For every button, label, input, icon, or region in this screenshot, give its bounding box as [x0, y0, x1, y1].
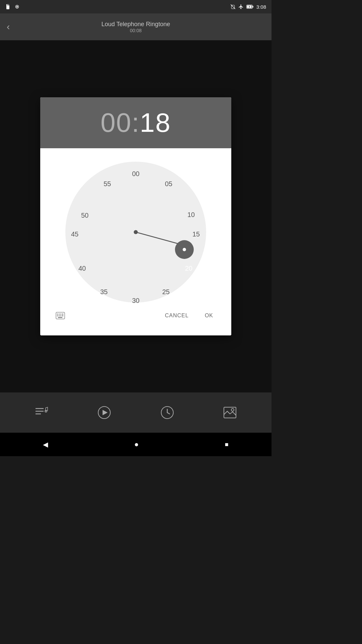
nav-history-button[interactable]: [161, 406, 174, 419]
svg-rect-36: [58, 317, 62, 318]
svg-text:45: 45: [71, 230, 78, 238]
svg-rect-9: [252, 6, 253, 7]
svg-rect-35: [62, 315, 63, 316]
svg-rect-30: [60, 314, 61, 315]
time-display: 00:18: [101, 107, 171, 138]
svg-rect-31: [62, 314, 63, 315]
nav-subtitle: 00:08: [102, 28, 170, 33]
svg-text:10: 10: [187, 211, 195, 218]
status-bar: 3:08: [0, 0, 272, 13]
svg-text:30: 30: [132, 297, 139, 304]
svg-text:50: 50: [81, 212, 88, 219]
svg-marker-42: [103, 410, 108, 415]
play-icon: [98, 406, 111, 419]
clock-area: 00 05 10 15 20 25 30 35 40: [40, 148, 231, 335]
time-minutes: 18: [140, 108, 171, 138]
sys-recents-button[interactable]: ■: [225, 441, 229, 448]
status-right-icons: 3:08: [230, 4, 266, 10]
nav-play-button[interactable]: [98, 406, 111, 419]
svg-point-5: [16, 6, 18, 8]
cancel-button[interactable]: CANCEL: [160, 309, 193, 322]
time-header: 00:18: [40, 97, 231, 148]
nav-playlist-button[interactable]: [35, 407, 48, 419]
image-icon: [223, 407, 237, 419]
battery-icon: [246, 4, 254, 9]
svg-point-47: [231, 409, 234, 411]
svg-rect-1: [7, 4, 8, 6]
top-nav: ‹ Loud Telephone Ringtone 00:08: [0, 13, 272, 40]
sys-home-button[interactable]: ●: [134, 440, 138, 449]
clock-svg-container[interactable]: 00 05 10 15 20 25 30 35 40: [62, 158, 209, 306]
history-icon: [161, 406, 174, 419]
time-colon: :: [132, 108, 140, 138]
svg-text:55: 55: [104, 180, 111, 187]
svg-text:00: 00: [132, 170, 139, 177]
clock-face-svg[interactable]: 00 05 10 15 20 25 30 35 40: [62, 158, 209, 306]
main-content: 00:18 00 05 10 15 20: [0, 40, 272, 392]
svg-text:35: 35: [100, 288, 108, 296]
playlist-icon: [35, 407, 48, 419]
sd-card-icon: [5, 4, 11, 10]
svg-rect-33: [59, 315, 60, 316]
time-hours: 00: [101, 108, 132, 138]
svg-text:20: 20: [185, 265, 192, 272]
svg-rect-34: [60, 315, 61, 316]
status-left-icons: [5, 4, 20, 10]
svg-text:05: 05: [165, 180, 172, 187]
svg-rect-3: [9, 4, 10, 6]
back-button[interactable]: ‹: [7, 21, 10, 32]
nav-title-area: Loud Telephone Ringtone 00:08: [102, 21, 170, 33]
svg-text:40: 40: [78, 265, 86, 272]
svg-text:25: 25: [162, 288, 170, 296]
ok-button[interactable]: OK: [200, 309, 218, 322]
sys-back-button[interactable]: ◀: [43, 440, 48, 448]
svg-text:15: 15: [192, 230, 200, 238]
nav-album-button[interactable]: [223, 407, 237, 419]
svg-line-45: [167, 413, 170, 414]
airplane-icon: [238, 4, 244, 9]
keyboard-toggle-button[interactable]: [54, 310, 67, 321]
sys-nav: ◀ ● ■: [0, 433, 272, 456]
svg-rect-2: [8, 4, 9, 6]
svg-point-26: [183, 248, 186, 251]
svg-rect-29: [59, 314, 60, 315]
time-picker-dialog: 00:18 00 05 10 15 20: [40, 97, 231, 335]
bottom-nav: [0, 392, 272, 433]
keyboard-icon: [56, 312, 65, 319]
svg-rect-28: [57, 314, 58, 315]
no-sim-icon: [230, 4, 236, 9]
nav-title: Loud Telephone Ringtone: [102, 21, 170, 28]
camera-icon: [14, 4, 20, 10]
clock-time: 3:08: [256, 4, 266, 10]
svg-rect-32: [57, 315, 58, 316]
dialog-actions: CANCEL OK: [47, 306, 225, 329]
